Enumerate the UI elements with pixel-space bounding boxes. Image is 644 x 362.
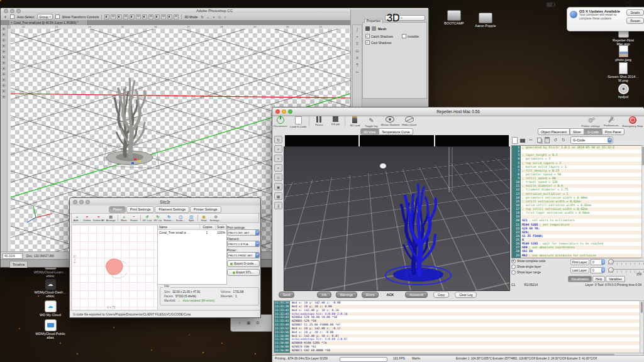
adjust-icon[interactable]: ≡	[356, 41, 358, 45]
copy-icon[interactable]	[536, 137, 542, 143]
gizmo-y[interactable]	[138, 160, 141, 162]
gizmo-z[interactable]	[131, 162, 134, 164]
ps-tool-icon[interactable]	[2, 44, 6, 48]
log-view[interactable]: 11:33:34Bed x: 10 y: 142.40 z: -0.0811:3…	[274, 300, 641, 353]
toolbar-delete-button[interactable]: ×Delete	[83, 215, 91, 222]
scale-object-icon[interactable]: +	[274, 164, 282, 172]
plater-bed-view[interactable]: Y = 75 X = 75	[71, 224, 158, 311]
toolbar-delete-all-button[interactable]: ×Delete All	[93, 215, 104, 222]
gizmo-x[interactable]	[134, 158, 136, 160]
first-layer-stepper[interactable]	[601, 259, 605, 265]
paste-icon[interactable]	[544, 137, 550, 143]
print-settings-dropdown[interactable]: PROT1 INT. SET	[227, 229, 260, 236]
toolbar-split-button[interactable]: ◫Split	[187, 215, 196, 222]
ps-tool-icon[interactable]	[2, 67, 6, 70]
align-icon[interactable]	[123, 14, 128, 19]
log-vertical-scrollbar[interactable]	[640, 300, 644, 353]
last-layer-stepper[interactable]	[601, 267, 605, 273]
zoom-view-icon[interactable]: ⊙	[274, 173, 282, 181]
mesh-icon[interactable]	[365, 26, 370, 31]
toolbar-add-button[interactable]: +Add…	[73, 215, 81, 222]
ps-tool-icon[interactable]	[2, 78, 6, 82]
cut-icon[interactable]: ✂	[528, 137, 534, 143]
toolbar-printer-settings-button[interactable]: Printer settings	[582, 116, 600, 129]
toolbar-toggle-log-button[interactable]: Toggle log	[364, 116, 378, 128]
tab-temperature-curve[interactable]: Temperature Curve	[379, 128, 413, 135]
iso-view-icon[interactable]: ▣	[274, 183, 282, 190]
box-icon[interactable]: ▣	[247, 321, 251, 326]
tab-object-placement[interactable]: Object Placement	[538, 128, 570, 135]
3d-mode-icon[interactable]: +	[211, 14, 216, 19]
tab-g-code[interactable]: G-Code	[584, 128, 602, 135]
tab-help[interactable]: Help	[592, 276, 605, 282]
desktop-icon-wd-my-cloud[interactable]: ☁WD My Cloud	[33, 300, 68, 317]
document-tab[interactable]: Coral_Tree small.psd @ 40.3% (Layer 1, R…	[9, 20, 88, 25]
3d-viewport[interactable]	[284, 146, 510, 291]
crop-icon[interactable]: ⊡	[355, 48, 358, 53]
toolbar-scale-button[interactable]: ▢Scale…	[176, 215, 186, 222]
move-tool-icon[interactable]: ✛	[3, 14, 8, 19]
first-layer-slider[interactable]	[608, 259, 644, 265]
radio-show-layer-range[interactable]: Show layer range	[511, 270, 541, 275]
undo-icon[interactable]: ↺	[552, 137, 558, 143]
column-header-name[interactable]: Name	[158, 225, 200, 229]
add-icon[interactable]: ＋	[237, 320, 242, 326]
tab-3d-view[interactable]: 3D View	[360, 128, 379, 135]
align-icon[interactable]	[174, 14, 179, 19]
ps-tool-icon[interactable]	[2, 38, 6, 42]
workspace-dropdown[interactable]: 3D	[385, 15, 425, 21]
toolbar-fewer-button[interactable]: −Fewer	[130, 215, 138, 222]
scissors-icon[interactable]: ✂	[355, 70, 358, 74]
cast-shadows-checkbox[interactable]	[365, 40, 370, 45]
show-transform-checkbox[interactable]	[55, 14, 60, 19]
auto-select-checkbox[interactable]	[10, 14, 14, 19]
align-icon[interactable]	[111, 14, 116, 19]
radio-button[interactable]	[511, 259, 516, 263]
printer-dropdown[interactable]: PROT1 PRINT SET	[227, 252, 260, 258]
tab-plater[interactable]: Plater	[109, 206, 125, 213]
new-file-icon[interactable]	[511, 137, 518, 143]
mesh-icon-2[interactable]	[372, 26, 376, 31]
toolbar-kill-job-button[interactable]: Kill job	[328, 116, 342, 126]
export-gcode-button[interactable]: Export G-code…	[227, 260, 260, 267]
pen-tool-icon[interactable]: ∫	[357, 28, 358, 31]
3d-mode-icon[interactable]: ◇	[217, 14, 221, 19]
timeline-tab[interactable]: Timeline	[9, 261, 28, 268]
move-object-icon[interactable]: +	[274, 155, 282, 162]
tab-print-panel[interactable]: Print Panel	[602, 128, 624, 135]
log-filter-warnings-button[interactable]: Warnings	[336, 292, 357, 298]
tab-printer-settings[interactable]: Printer Settings	[190, 206, 221, 213]
tab-print-settings[interactable]: Print Settings	[126, 206, 155, 213]
toolbar-preferences-button[interactable]: Preferences	[604, 116, 619, 129]
paragraph-icon[interactable]: ¶	[356, 63, 358, 67]
log-filter-send-button[interactable]: Send	[279, 292, 294, 298]
toolbar-disconnect-button[interactable]: Disconnect	[274, 116, 287, 128]
toolbar-arrange-button[interactable]: ▦Arrange	[106, 215, 116, 222]
catch-shadows-checkbox[interactable]	[365, 34, 370, 38]
toolbar-view-button[interactable]: ◉View	[200, 215, 208, 222]
radio-show-complete-code[interactable]: Show complete code	[511, 259, 545, 263]
repetier-titlebar[interactable]: Repetier-Host Mac 0.56	[272, 107, 644, 116]
log-filter-errors-button[interactable]: Errors	[362, 292, 379, 298]
log-clear-log-button[interactable]: Clear Log	[455, 292, 477, 298]
ps-tool-icon[interactable]	[2, 33, 6, 36]
toolbar-45-ccw-button[interactable]: ↺45° ccw	[143, 215, 152, 222]
spotlight-search-icon[interactable]	[625, 2, 631, 7]
ps-tool-icon[interactable]	[2, 84, 6, 87]
toolbar-shows-filament-button[interactable]: Shows filament	[380, 116, 399, 126]
filament-dropdown[interactable]: PROT1 1.8 PLA	[227, 241, 260, 247]
align-icon[interactable]	[117, 14, 122, 19]
battery-status-icon[interactable]	[547, 3, 555, 7]
toolbar-rotate-button[interactable]: ↻Rotate…	[164, 215, 174, 222]
align-icon[interactable]	[161, 14, 166, 19]
3d-mode-icon[interactable]: ↔	[206, 14, 210, 19]
align-icon[interactable]	[142, 14, 147, 19]
type-tool-icon[interactable]: A	[356, 56, 358, 60]
tab-variables[interactable]: Variables	[606, 276, 625, 282]
rotate-view-icon[interactable]: ↻	[274, 136, 282, 143]
desktop-icon-aaron-poppie[interactable]: Aaron Poppie	[468, 13, 503, 28]
details-button[interactable]: Details	[626, 9, 644, 16]
toolbar-load-g-code-button[interactable]: Load G-Code	[290, 116, 306, 128]
ps-tool-icon[interactable]	[2, 27, 6, 31]
align-icon[interactable]	[104, 14, 109, 19]
